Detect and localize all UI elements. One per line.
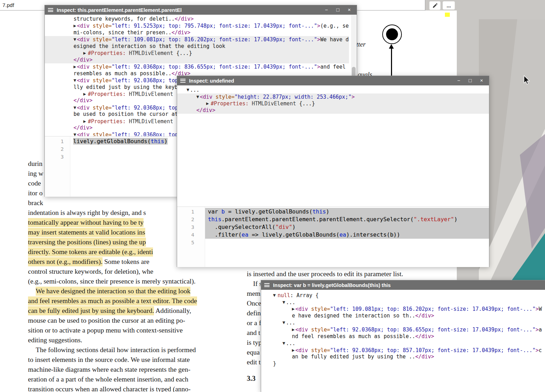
- tree-token: #Properties:: [88, 91, 126, 97]
- tree-expander-icon[interactable]: ▶: [83, 119, 87, 123]
- pdf-text-line[interactable]: and t: [247, 329, 260, 337]
- tree-expander-icon[interactable]: ▼: [196, 95, 199, 99]
- window-titlebar[interactable]: Inspect: undefined − □ ×: [177, 76, 489, 85]
- code-token: .parentElement.parentElement.parentEleme…: [222, 216, 414, 223]
- tree-row[interactable]: ▼...: [261, 319, 545, 326]
- tree-row[interactable]: ▶<div style="left: 109.081px; top: 816.2…: [261, 306, 545, 319]
- pencil-icon: [432, 3, 438, 8]
- tree-token: structure keywords, for deleti..: [74, 16, 175, 22]
- tree-token: {...}: [173, 50, 192, 56]
- object-tree-pane[interactable]: ▼ null: Array {▼...▶<div style="left: 10…: [261, 290, 545, 392]
- pdf-text-line[interactable]: equa: [247, 349, 260, 356]
- tree-token: >: [536, 347, 539, 353]
- pdf-text: defin: [247, 309, 261, 317]
- tree-token: style=: [308, 327, 330, 333]
- pdf-text-line[interactable]: or a f: [247, 319, 261, 327]
- tree-expander-icon[interactable]: ▼: [282, 341, 285, 345]
- tree-row[interactable]: </div>: [45, 57, 349, 63]
- pdf-text-line[interactable]: 3.3: [247, 374, 256, 383]
- window-menu-icon[interactable]: [264, 283, 270, 287]
- tree-expander-icon[interactable]: ▶: [83, 92, 87, 96]
- tree-expander-icon[interactable]: ▼: [282, 321, 285, 324]
- tree-expander-icon[interactable]: ▼: [74, 78, 76, 82]
- tree-row[interactable]: ▶<div style="left: 92.0368px; top: 836.6…: [45, 63, 349, 77]
- tree-row[interactable]: ▼ null: Array {: [261, 292, 545, 299]
- pdf-text-line[interactable]: is inserted and the user proceeds to edi…: [247, 270, 403, 278]
- tree-token: "height: 22.877px; width: 253.466px;": [235, 93, 351, 100]
- code-token: ea: [340, 231, 346, 238]
- tree-token: #Properties:: [211, 100, 249, 107]
- tree-row[interactable]: ▶<div style="left: 91.5253px; top: 795.7…: [45, 22, 349, 36]
- tree-token: "left: 109.081px; top: 816.202px; font-s…: [112, 36, 317, 43]
- tree-expander-icon[interactable]: ▼: [74, 133, 76, 136]
- code-line[interactable]: .filter(ea => lively.getGlobalBounds(ea)…: [205, 231, 489, 239]
- code-line[interactable]: [205, 239, 489, 246]
- tree-token: }: [273, 360, 276, 367]
- tree-row[interactable]: ▼...: [261, 340, 545, 347]
- tree-row[interactable]: </div>: [177, 107, 489, 114]
- tree-token: </div>: [175, 16, 194, 22]
- code-token: this: [151, 138, 165, 145]
- tree-expander-icon[interactable]: ▶: [74, 24, 76, 28]
- tree-row[interactable]: ▶ #Properties: HTMLDivElement {...}: [177, 100, 489, 107]
- tree-row[interactable]: structure keywords, for deleti..</div>: [45, 16, 349, 22]
- window-menu-icon[interactable]: [180, 79, 186, 83]
- maximize-button[interactable]: □: [469, 76, 472, 85]
- tree-row[interactable]: ▶ #Properties: HTMLDivElement {...}: [45, 50, 349, 57]
- pdf-text-line[interactable]: Once: [247, 300, 261, 307]
- tree-token: <div: [295, 347, 308, 353]
- maximize-button[interactable]: □: [336, 5, 340, 15]
- tree-expander-icon[interactable]: ▼: [187, 88, 189, 92]
- tree-token: ...: [286, 340, 295, 346]
- window-titlebar[interactable]: Inspect: this.parentElement.parentElemen…: [45, 5, 357, 15]
- edit-annotation-button[interactable]: [429, 1, 441, 10]
- tree-expander-icon[interactable]: ▶: [83, 51, 87, 55]
- code-editor: 12345 var b = lively.getGlobalBounds(thi…: [177, 206, 489, 267]
- tree-token: style=: [212, 93, 235, 100]
- tree-expander-icon[interactable]: ▼: [282, 300, 285, 304]
- pdf-text-line[interactable]: edit t: [247, 358, 261, 366]
- tree-expander-icon[interactable]: ▼: [74, 106, 76, 110]
- minimize-button[interactable]: −: [457, 76, 460, 85]
- tree-token: >: [317, 63, 320, 70]
- pdf-text-line[interactable]: is typ: [247, 339, 262, 346]
- tree-expander-icon[interactable]: ▼: [74, 37, 76, 41]
- tree-row[interactable]: ▶<div style="left: 92.0368px; top: 857.1…: [261, 347, 545, 360]
- tree-token: "left: 109.081px; top: 816.202px; font-s…: [330, 306, 536, 312]
- tree-row[interactable]: ▼...: [261, 299, 545, 306]
- minimize-button[interactable]: −: [325, 5, 328, 15]
- code-line[interactable]: this.parentElement.parentElement.parentE…: [205, 216, 489, 223]
- code-area[interactable]: var b = lively.getGlobalBounds(this)this…: [205, 207, 489, 267]
- tree-row[interactable]: ▶<div style="left: 92.0368px; top: 836.6…: [261, 326, 545, 340]
- tree-row[interactable]: ▼<div style="height: 22.877px; width: 25…: [177, 93, 489, 100]
- pdf-text-line[interactable]: defin: [247, 309, 261, 317]
- tree-token: <div: [295, 327, 308, 333]
- tree-row[interactable]: }: [261, 360, 545, 367]
- code-token: ): [454, 216, 457, 223]
- tree-row[interactable]: ▼...: [177, 86, 489, 93]
- tree-token: >: [317, 36, 320, 43]
- tree-token: <div: [77, 77, 90, 83]
- tree-token: HTMLDivElement: [126, 50, 173, 56]
- close-button[interactable]: ×: [480, 76, 483, 85]
- dom-tree-pane[interactable]: ▼...▼<div style="height: 22.877px; width…: [177, 85, 489, 206]
- window-menu-icon[interactable]: [48, 8, 53, 12]
- tree-token: >: [351, 93, 355, 100]
- tree-token: {...}: [296, 100, 315, 107]
- window-titlebar[interactable]: Inspect: var b = lively.getGlobalBounds(…: [261, 280, 545, 290]
- pdf-text-line[interactable]: mem: [247, 290, 260, 298]
- tree-expander-icon[interactable]: ▶: [292, 348, 295, 352]
- line-number: 3: [177, 223, 194, 231]
- tree-expander-icon[interactable]: ▼: [273, 293, 277, 297]
- code-line[interactable]: .querySelectorAll("div"): [205, 223, 489, 231]
- code-line[interactable]: var b = lively.getGlobalBounds(this): [205, 208, 489, 216]
- tree-expander-icon[interactable]: ▶: [74, 65, 76, 69]
- code-token: this: [208, 216, 222, 223]
- tree-expander-icon[interactable]: ▶: [292, 307, 295, 311]
- tree-token: #Properties:: [88, 50, 126, 56]
- tree-row[interactable]: ▼<div style="left: 109.081px; top: 816.2…: [45, 36, 349, 50]
- close-button[interactable]: ×: [348, 5, 351, 15]
- more-options-button[interactable]: ...: [442, 1, 455, 10]
- tree-expander-icon[interactable]: ▶: [292, 328, 295, 331]
- tree-expander-icon[interactable]: ▶: [206, 102, 210, 105]
